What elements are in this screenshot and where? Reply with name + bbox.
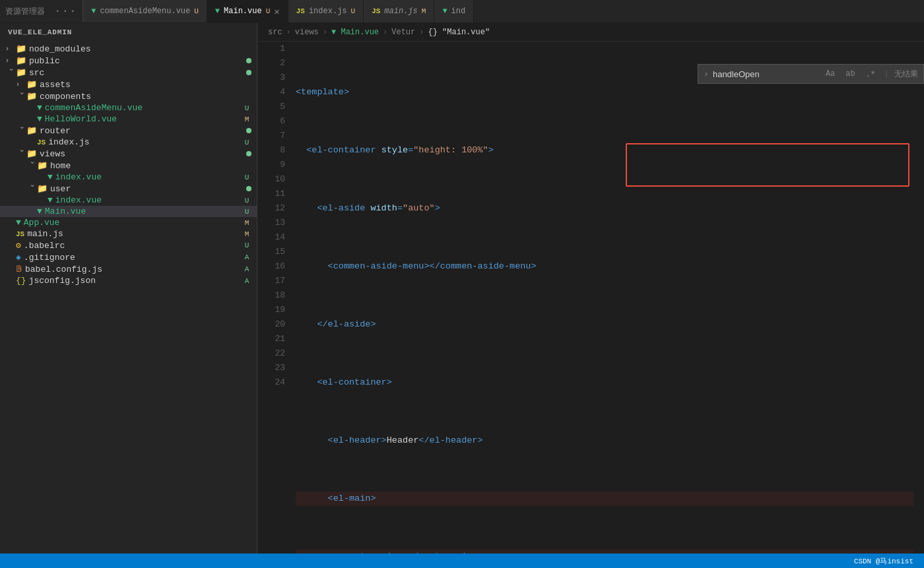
sidebar-item-public[interactable]: › 📁 public bbox=[0, 55, 257, 67]
folder-icon: 📁 bbox=[26, 79, 37, 90]
tab-close-button[interactable]: ✕ bbox=[274, 6, 279, 17]
sidebar-item-gitignore[interactable]: › ◈ .gitignore A bbox=[0, 251, 257, 263]
sidebar-item-label: assets bbox=[40, 80, 257, 90]
project-title: VUE_ELE_ADMIN bbox=[8, 28, 72, 36]
chevron-down-icon: › bbox=[28, 183, 36, 194]
sidebar-item-components[interactable]: › 📁 components bbox=[0, 90, 257, 102]
badge-a: A bbox=[242, 277, 251, 285]
more-options-icon[interactable]: ··· bbox=[54, 5, 77, 17]
code-content[interactable]: <template> <el-container style="height: … bbox=[290, 42, 924, 553]
badge-u: U bbox=[242, 104, 251, 112]
folder-icon: 📁 bbox=[37, 160, 48, 171]
folder-icon: 📁 bbox=[26, 125, 37, 136]
sidebar-item-router[interactable]: › 📁 router bbox=[0, 125, 257, 137]
sidebar-item-label: src bbox=[29, 68, 246, 78]
status-bar: CSDN @马insist bbox=[0, 553, 924, 568]
sidebar-item-label: home bbox=[50, 161, 257, 171]
sidebar-item-user[interactable]: › 📁 user bbox=[0, 183, 257, 195]
tab-index-js[interactable]: JS index.js U bbox=[288, 0, 364, 22]
tab-commenAsideMenu[interactable]: ▼ commenAsideMenu.vue U bbox=[83, 0, 207, 22]
badge-a: A bbox=[242, 265, 251, 273]
sidebar-item-main-js[interactable]: › JS main.js M bbox=[0, 228, 257, 239]
badge-m: M bbox=[242, 230, 251, 238]
sidebar-item-views[interactable]: › 📁 views bbox=[0, 148, 257, 160]
sidebar-item-node-modules[interactable]: › 📁 node_modules bbox=[0, 43, 257, 55]
sidebar-item-babelrc[interactable]: › ⚙ .babelrc U bbox=[0, 239, 257, 251]
sidebar-item-label: index.js bbox=[48, 137, 242, 147]
sidebar-item-jsconfig[interactable]: › {} jsconfig.json A bbox=[0, 275, 257, 286]
code-line-highlighted: <el-main> bbox=[296, 491, 913, 506]
vue-file-icon: ▼ bbox=[37, 206, 42, 216]
breadcrumb-vetur[interactable]: Vetur bbox=[391, 28, 415, 37]
folder-icon: 📁 bbox=[26, 148, 37, 159]
chevron-right-icon: › bbox=[5, 46, 16, 53]
file-tree: › 📁 node_modules › 📁 public › 📁 src bbox=[0, 42, 257, 553]
folder-icon: 📁 bbox=[16, 67, 26, 78]
tab-main-js[interactable]: JS main.js M bbox=[364, 0, 434, 22]
sidebar-item-label: .babelrc bbox=[24, 241, 242, 251]
json-icon: {} bbox=[16, 276, 26, 286]
badge-a: A bbox=[242, 253, 251, 261]
chevron-down-icon: › bbox=[18, 125, 25, 136]
sidebar-item-label: commenAsideMenu.vue bbox=[45, 103, 242, 113]
sidebar-item-HelloWorld[interactable]: › ▼ HelloWorld.vue M bbox=[0, 113, 257, 125]
sidebar-item-router-index[interactable]: › JS index.js U bbox=[0, 137, 257, 148]
code-line: <template> bbox=[296, 85, 913, 100]
search-regex-btn[interactable]: .* bbox=[863, 67, 878, 80]
main-content: VUE_ELE_ADMIN › 📁 node_modules › 📁 publi… bbox=[0, 23, 924, 553]
vue-icon: ▼ bbox=[91, 7, 96, 16]
badge-u: U bbox=[242, 241, 251, 249]
tab-main-vue[interactable]: ▼ Main.vue U ✕ bbox=[207, 0, 288, 22]
badge-u: U bbox=[242, 197, 251, 205]
search-input[interactable] bbox=[713, 69, 818, 79]
chevron-down-icon: › bbox=[18, 91, 25, 102]
sidebar-item-commenAsideMenu[interactable]: › ▼ commenAsideMenu.vue U bbox=[0, 102, 257, 113]
babel-icon: 𝔹 bbox=[16, 264, 22, 274]
tab-ind[interactable]: ▼ ind bbox=[434, 0, 474, 22]
breadcrumb: src › views › ▼ Main.vue › Vetur › {} "M… bbox=[257, 23, 924, 42]
sidebar-item-home-index[interactable]: › ▼ index.vue U bbox=[0, 172, 257, 183]
sidebar-item-user-index[interactable]: › ▼ index.vue U bbox=[0, 195, 257, 206]
code-line: <el-container> bbox=[296, 375, 913, 390]
editor-top-bar: src › views › ▼ Main.vue › Vetur › {} "M… bbox=[257, 23, 924, 42]
tab-bar: 资源管理器 ··· ▼ commenAsideMenu.vue U ▼ Main… bbox=[0, 0, 924, 23]
modified-dot bbox=[246, 70, 251, 75]
sidebar-item-assets[interactable]: › 📁 assets bbox=[0, 79, 257, 90]
search-bar: › Aa ab .* | 无结果 bbox=[698, 64, 924, 84]
sidebar-item-label: components bbox=[40, 92, 257, 102]
js-file-icon: JS bbox=[16, 230, 24, 238]
sidebar-item-babel-config[interactable]: › 𝔹 babel.config.js A bbox=[0, 263, 257, 275]
sidebar-item-main-vue[interactable]: › ▼ Main.vue U bbox=[0, 206, 257, 217]
breadcrumb-main-vue-ref[interactable]: {} "Main.vue" bbox=[428, 28, 490, 37]
folder-icon: 📁 bbox=[37, 183, 48, 194]
chevron-down-icon: › bbox=[28, 160, 36, 171]
sidebar-item-label: App.vue bbox=[24, 218, 242, 228]
vue-file-icon: ▼ bbox=[37, 114, 42, 124]
sidebar-item-label: index.vue bbox=[55, 172, 242, 182]
breadcrumb-main-vue[interactable]: ▼ Main.vue bbox=[331, 28, 379, 37]
vue-file-icon: ▼ bbox=[16, 218, 21, 228]
sidebar-item-app-vue[interactable]: › ▼ App.vue M bbox=[0, 217, 257, 228]
search-case-sensitive-btn[interactable]: Aa bbox=[822, 67, 838, 80]
vue-icon: ▼ bbox=[442, 7, 447, 16]
code-line: <el-aside width="auto"> bbox=[296, 201, 913, 216]
sidebar-item-label: jsconfig.json bbox=[29, 276, 242, 286]
js-icon: JS bbox=[296, 7, 305, 15]
sidebar-item-src[interactable]: › 📁 src bbox=[0, 67, 257, 79]
code-line: <el-container style="height: 100%"> bbox=[296, 143, 913, 158]
badge-u: U bbox=[242, 174, 251, 181]
vue-icon: ▼ bbox=[215, 7, 220, 16]
breadcrumb-src[interactable]: src bbox=[268, 28, 282, 37]
js-file-icon: JS bbox=[37, 139, 46, 146]
breadcrumb-views[interactable]: views bbox=[295, 28, 319, 37]
chevron-right-icon: › bbox=[704, 69, 709, 79]
sidebar-item-label: router bbox=[40, 126, 246, 136]
sidebar-item-label: index.vue bbox=[55, 195, 242, 205]
sidebar-item-label: node_modules bbox=[29, 44, 257, 54]
modified-dot bbox=[246, 58, 251, 63]
sidebar-item-label: main.js bbox=[27, 229, 242, 239]
attribution-text: CSDN @马insist bbox=[854, 556, 913, 566]
code-editor[interactable]: 1 2 3 4 5 6 7 8 9 10 11 12 13 14 15 16 1… bbox=[257, 42, 924, 553]
search-whole-word-btn[interactable]: ab bbox=[842, 67, 858, 80]
sidebar-item-home[interactable]: › 📁 home bbox=[0, 160, 257, 172]
